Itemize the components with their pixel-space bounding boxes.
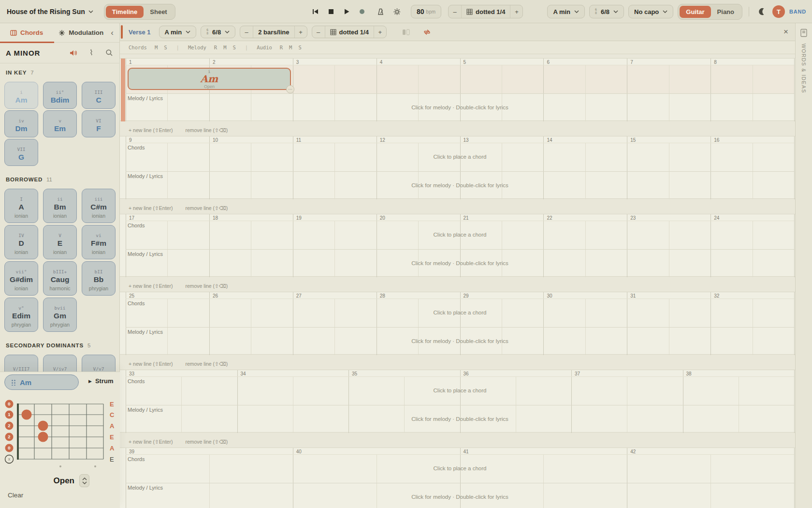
metronome-icon[interactable]	[374, 5, 387, 18]
chord-chip-Bb[interactable]: bII Bbphrygian	[82, 261, 116, 296]
section-grid-minus-button[interactable]: –	[312, 26, 325, 38]
stop-button[interactable]	[325, 5, 337, 18]
selected-chord-chip[interactable]: Am	[4, 374, 79, 390]
chord-chip-A[interactable]: I Aionian	[4, 189, 38, 223]
chord-chip-F#m[interactable]: vi F#mionian	[82, 225, 116, 259]
collapse-sidebar-button[interactable]: ‹	[111, 28, 114, 38]
add-line-button[interactable]: + new line (⇧Enter)	[129, 205, 173, 211]
preview-sound-icon[interactable]	[69, 48, 78, 57]
chord-chip-Gm[interactable]: bvii Gmphrygian	[43, 298, 77, 332]
chord-chip-F[interactable]: VI F	[82, 110, 116, 137]
track-audio-m-button[interactable]: M	[289, 45, 292, 50]
add-line-button[interactable]: + new line (⇧Enter)	[129, 439, 173, 445]
chord-chip-C#m[interactable]: iii C#mionian	[82, 189, 116, 223]
add-line-button[interactable]: + new line (⇧Enter)	[129, 361, 173, 367]
remove-line-button[interactable]: remove line (⇧⌫)	[185, 439, 228, 445]
strum-toggle[interactable]: ▶ Strum	[88, 377, 113, 385]
chord-chip-Em[interactable]: v Em	[43, 110, 77, 137]
chords-row[interactable]	[126, 221, 794, 249]
melody-row[interactable]	[126, 249, 794, 277]
track-melody-m-button[interactable]: M	[223, 45, 226, 50]
remove-line-button[interactable]: remove line (⇧⌫)	[185, 361, 228, 367]
chord-block-Am[interactable]: i Am Open ⋯	[128, 68, 291, 90]
dark-mode-moon-icon[interactable]	[755, 5, 768, 18]
chord-resize-handle[interactable]: ⋯	[286, 85, 294, 93]
search-icon[interactable]	[105, 48, 114, 57]
chord-chip-Bm[interactable]: ii Bmionian	[43, 189, 77, 223]
melody-row[interactable]	[126, 327, 794, 355]
chord-chip-Bdim[interactable]: ii° Bdim	[43, 82, 77, 109]
bars-minus-button[interactable]: –	[240, 26, 253, 38]
melody-row[interactable]	[126, 93, 794, 121]
finger-dot[interactable]	[22, 410, 32, 420]
columns-view-icon[interactable]	[400, 26, 412, 38]
track-audio-s-button[interactable]: S	[298, 45, 301, 50]
chord-chip-G7[interactable]: V/III7 G7	[4, 355, 38, 372]
voicing-wave-icon[interactable]	[87, 48, 96, 57]
voicing-stepper[interactable]	[79, 474, 89, 487]
sidebar-tab-chords[interactable]: Chords	[10, 29, 43, 36]
track-chords-s-button[interactable]: S	[164, 45, 167, 50]
chord-chip-G#dim[interactable]: vii° G#dimionian	[4, 261, 38, 296]
clear-button[interactable]: Clear	[8, 492, 23, 499]
section-grid-value[interactable]: dotted 1/4	[325, 26, 374, 38]
chord-chip-E[interactable]: V Eionian	[43, 225, 77, 259]
user-avatar[interactable]: T	[772, 5, 785, 18]
bpm-badge[interactable]: 80 bpm	[411, 5, 441, 18]
finger-dot[interactable]	[38, 432, 48, 442]
section-meter-dropdown[interactable]: 68 6/8	[201, 26, 235, 38]
tab-guitar[interactable]: Guitar	[680, 6, 710, 18]
chord-chip-A7[interactable]: V/iv7 A7	[43, 355, 77, 372]
sidebar-tab-modulation[interactable]: Modulation	[58, 29, 103, 36]
section-name[interactable]: Verse 1	[129, 29, 151, 36]
chord-chip-Caug[interactable]: bIII+ Caugharmonic	[43, 261, 77, 296]
finger-dot[interactable]	[38, 421, 48, 431]
chord-chip-Am[interactable]: i Am	[4, 82, 38, 109]
chord-chip-D[interactable]: IV Dionian	[4, 225, 38, 259]
band-label[interactable]: BAND	[789, 9, 806, 15]
grid-value-button[interactable]: dotted 1/4	[461, 5, 510, 18]
record-button[interactable]	[356, 5, 368, 18]
chords-row[interactable]	[126, 454, 794, 483]
chord-chip-B7[interactable]: V/v7 B7	[82, 355, 116, 372]
key-dropdown[interactable]: A min	[547, 5, 585, 18]
track-chords-m-button[interactable]: M	[155, 45, 158, 50]
settings-gear-icon[interactable]	[391, 5, 403, 18]
bars-plus-button[interactable]: +	[294, 26, 307, 38]
track-melody-r-button[interactable]: R	[214, 45, 217, 50]
section-grid-plus-button[interactable]: +	[374, 26, 386, 38]
guitar-chord-diagram[interactable]: 0 1 2 2 0 xECAEAE	[0, 399, 120, 472]
remove-line-button[interactable]: remove line (⇧⌫)	[185, 127, 228, 133]
chord-chip-C[interactable]: III C	[82, 82, 116, 109]
chord-chip-Edim[interactable]: v° Edimphrygian	[4, 298, 38, 332]
tab-piano[interactable]: Piano	[711, 6, 740, 18]
track-audio-r-button[interactable]: R	[280, 45, 283, 50]
melody-row[interactable]	[126, 171, 794, 199]
bars-per-line-value[interactable]: 2 bars/line	[253, 26, 294, 38]
skip-to-start-button[interactable]	[309, 5, 322, 18]
chords-row[interactable]	[126, 376, 794, 405]
track-melody-s-button[interactable]: S	[233, 45, 236, 50]
words-ideas-tab[interactable]: WORDS & IDEAS	[795, 23, 812, 508]
section-key-dropdown[interactable]: A min	[159, 26, 197, 38]
tab-timeline[interactable]: Timeline	[106, 6, 144, 18]
grid-minus-button[interactable]: –	[449, 5, 461, 18]
chords-row[interactable]	[126, 299, 794, 327]
remove-line-button[interactable]: remove line (⇧⌫)	[185, 283, 228, 289]
play-button[interactable]	[340, 5, 353, 18]
add-line-button[interactable]: + new line (⇧Enter)	[129, 127, 173, 133]
chords-row[interactable]	[126, 143, 794, 171]
meter-dropdown[interactable]: 68 6/8	[589, 5, 624, 18]
chord-chip-Dm[interactable]: iv Dm	[4, 110, 38, 137]
close-section-button[interactable]: ×	[783, 27, 788, 37]
melody-row[interactable]	[126, 483, 794, 508]
remove-line-button[interactable]: remove line (⇧⌫)	[185, 205, 228, 211]
loop-repeat-icon[interactable]	[421, 26, 434, 38]
add-line-button[interactable]: + new line (⇧Enter)	[129, 283, 173, 289]
melody-row[interactable]	[126, 405, 794, 433]
tab-sheet[interactable]: Sheet	[144, 6, 173, 18]
chord-chip-G[interactable]: VII G	[4, 139, 38, 166]
grid-plus-button[interactable]: +	[510, 5, 522, 18]
capo-dropdown[interactable]: No capo	[628, 5, 673, 18]
project-title[interactable]: House of the Rising Sun	[7, 8, 85, 15]
